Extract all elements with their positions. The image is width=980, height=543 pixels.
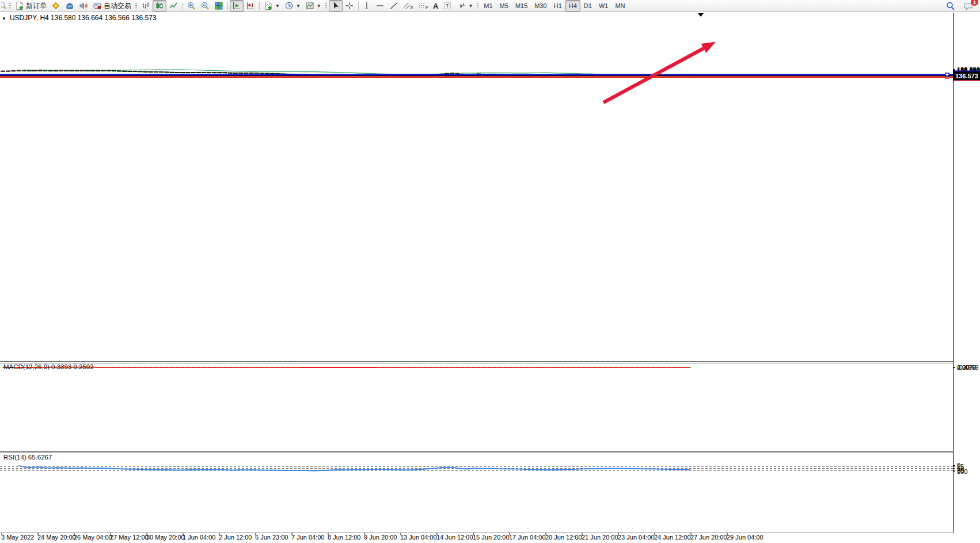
toolbar-grip[interactable]: [477, 2, 478, 10]
vertical-line-button[interactable]: [360, 0, 373, 12]
candle-body: [239, 73, 243, 73]
zoom-out-icon: [200, 1, 210, 10]
candle: [159, 71, 164, 73]
timeframe-m1-button[interactable]: M1: [480, 0, 496, 12]
notifications-button[interactable]: 1: [961, 0, 975, 12]
candle: [48, 70, 52, 71]
equidistant-channel-button[interactable]: E: [401, 0, 416, 12]
vertical-line-icon: [363, 1, 371, 10]
crosshair-button[interactable]: [343, 0, 356, 12]
templates-button[interactable]: ▼: [303, 0, 324, 12]
indicators-button[interactable]: ▼: [261, 0, 282, 12]
time-axis[interactable]: 3 May 202224 May 20:0026 May 04:0027 May…: [1, 533, 764, 541]
axis-tick-label: 27 May 12:00: [110, 534, 149, 541]
autotrading-button[interactable]: 自动交易: [90, 0, 134, 12]
axis-tick-label: 5 Jun 23:00: [255, 534, 288, 541]
candle: [138, 71, 142, 72]
candle: [181, 72, 185, 73]
toolbar-right-tools: 1: [943, 0, 979, 12]
periods-button[interactable]: ▼: [282, 0, 303, 12]
axis-tick-label: 8 Jun 12:00: [328, 534, 361, 541]
arrows-button[interactable]: ▼: [454, 0, 475, 12]
svg-text:T: T: [446, 3, 450, 9]
new-chart-button[interactable]: [1, 1, 7, 11]
axis-tick-label: 30 May 20:00: [146, 534, 185, 541]
zoom-in-button[interactable]: [184, 0, 198, 12]
candle: [191, 72, 195, 73]
chart-shift-icon: [246, 1, 255, 10]
candle-body: [450, 73, 454, 74]
candle: [143, 71, 147, 73]
text-button[interactable]: A: [431, 0, 440, 12]
candle-body: [96, 70, 100, 71]
line-chart-icon: [169, 1, 178, 10]
chart-frame: [0, 13, 954, 533]
toolbar-separator: [182, 2, 183, 10]
axis-tick-label: 2 Jun 12:00: [219, 534, 252, 541]
timeframe-label: M1: [483, 2, 493, 9]
axis-tick-label: 26 May 04:00: [74, 534, 112, 541]
toolbar-separator: [227, 2, 228, 10]
timeframe-m15-button[interactable]: M15: [512, 0, 531, 12]
chart-shift-button[interactable]: [244, 0, 257, 12]
clock-icon: [284, 1, 294, 10]
candle: [175, 72, 179, 73]
new-order-button[interactable]: 新订单: [13, 0, 49, 12]
candle-body: [196, 72, 200, 73]
metaeditor-button[interactable]: [49, 0, 63, 12]
candle: [255, 73, 259, 74]
axis-tick-label: 9 Jun 20:00: [364, 534, 397, 541]
line-chart-button[interactable]: [166, 0, 180, 12]
auto-scroll-button[interactable]: [230, 0, 244, 12]
trendline-button[interactable]: [387, 0, 401, 12]
signals-button[interactable]: [77, 0, 90, 12]
candle-body: [212, 73, 216, 73]
candle-body: [112, 71, 116, 71]
timeframe-label: H1: [553, 2, 563, 9]
trend-arrow-head: [701, 42, 716, 53]
candle: [64, 70, 69, 71]
timeframe-d1-button[interactable]: D1: [580, 0, 595, 12]
search-button[interactable]: [943, 0, 958, 12]
candle-body: [175, 72, 179, 73]
trend-arrow: [603, 42, 716, 102]
signals-icon: [79, 1, 88, 10]
toolbar-grip[interactable]: [9, 2, 11, 10]
candle-body: [191, 72, 195, 73]
axis-tick-label: 27 Jun 20:00: [690, 534, 727, 541]
timeframe-mn-button[interactable]: MN: [611, 0, 628, 12]
candle: [70, 70, 74, 71]
toolbar-grip[interactable]: [135, 2, 137, 10]
candlestick-icon: [155, 1, 164, 10]
horizontal-line-button[interactable]: [373, 0, 387, 12]
price-axis[interactable]: 135.870135.190134.510133.830133.150132.4…: [953, 66, 980, 81]
candle-body: [244, 73, 248, 73]
fibonacci-button[interactable]: F: [416, 0, 431, 12]
chart-canvas[interactable]: 1.20780.00-0.49691008050150135.870135.19…: [0, 0, 980, 543]
toolbar-grip[interactable]: [325, 2, 327, 10]
cursor-button[interactable]: [329, 0, 343, 12]
text-label-button[interactable]: T: [440, 0, 454, 12]
timeframe-h1-button[interactable]: H1: [550, 0, 565, 12]
metaeditor-icon: [51, 1, 60, 10]
candle-body: [80, 70, 84, 71]
horizontal-line-icon: [375, 1, 385, 10]
candle: [154, 71, 158, 73]
timeframe-m5-button[interactable]: M5: [496, 0, 512, 12]
zoom-out-button[interactable]: [198, 0, 212, 12]
terminal-window: 新订单: [0, 0, 980, 543]
axis-tick-label: 24 Jun 12:00: [654, 534, 691, 541]
timeframe-w1-button[interactable]: W1: [595, 0, 612, 12]
chevron-down-icon: ▼: [296, 3, 301, 9]
macd-panel: 1.20780.00-0.4969: [2, 364, 978, 371]
tile-windows-button[interactable]: [212, 0, 226, 12]
market-button[interactable]: [63, 0, 77, 12]
chevron-down-icon: ▼: [468, 3, 473, 9]
bar-chart-button[interactable]: [139, 0, 153, 12]
axis-tick-label: 0: [957, 462, 960, 469]
timeframe-h4-button[interactable]: H4: [565, 0, 580, 12]
timeframe-m30-button[interactable]: M30: [531, 0, 550, 12]
candle-body: [1, 71, 5, 71]
candlestick-button[interactable]: [153, 0, 166, 12]
candle: [271, 73, 275, 74]
